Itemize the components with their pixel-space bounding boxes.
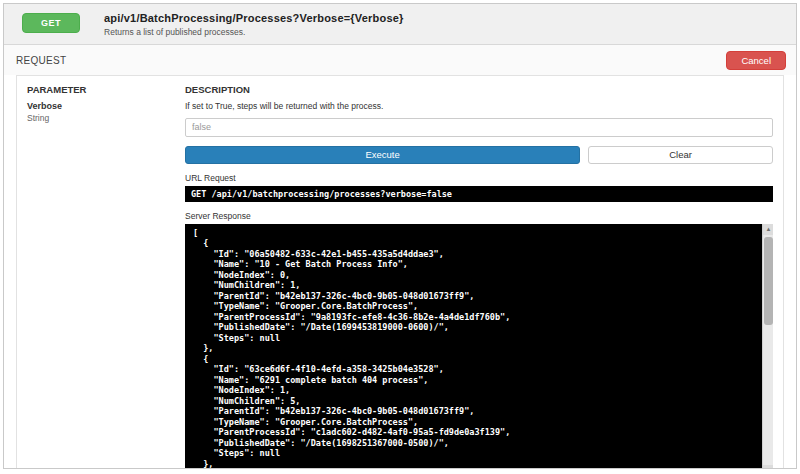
api-doc-page: GET api/v1/BatchProcessing/Processes?Ver… xyxy=(3,3,797,469)
execute-button[interactable]: Execute xyxy=(185,146,580,164)
endpoint-summary: Returns a list of published processes. xyxy=(104,27,404,37)
response-scrollbar[interactable]: ▲ ▼ xyxy=(762,224,773,470)
parameter-column: PARAMETER Verbose String xyxy=(27,84,185,469)
url-request-label: URL Request xyxy=(185,173,773,183)
endpoint-info: api/v1/BatchProcessing/Processes?Verbose… xyxy=(104,12,404,37)
server-response-console: [ { "Id": "06a50482-633c-42e1-b455-435a5… xyxy=(185,224,773,470)
http-method-button[interactable]: GET xyxy=(22,13,80,33)
clear-button[interactable]: Clear xyxy=(588,146,773,164)
description-column-header: DESCRIPTION xyxy=(185,84,773,95)
cancel-button[interactable]: Cancel xyxy=(726,51,786,70)
scroll-up-arrow-icon[interactable]: ▲ xyxy=(763,224,773,235)
description-column: DESCRIPTION If set to True, steps will b… xyxy=(185,84,773,469)
endpoint-path: api/v1/BatchProcessing/Processes?Verbose… xyxy=(104,12,404,24)
server-response-json: [ { "Id": "06a50482-633c-42e1-b455-435a5… xyxy=(185,224,773,470)
request-panel: PARAMETER Verbose String DESCRIPTION If … xyxy=(16,75,784,469)
request-section-bar: REQUEST Cancel xyxy=(4,45,796,75)
parameter-column-header: PARAMETER xyxy=(27,84,185,95)
parameter-type: String xyxy=(27,113,185,123)
action-button-row: Execute Clear xyxy=(185,146,773,164)
request-section-label: REQUEST xyxy=(16,55,66,66)
url-request-console: GET /api/v1/batchprocessing/processes?ve… xyxy=(185,186,773,202)
scroll-down-arrow-icon[interactable]: ▼ xyxy=(763,465,773,470)
scrollbar-thumb[interactable] xyxy=(764,237,773,325)
parameter-description: If set to True, steps will be returned w… xyxy=(185,101,773,111)
server-response-label: Server Response xyxy=(185,211,773,221)
parameter-name: Verbose xyxy=(27,101,185,111)
verbose-value-input[interactable] xyxy=(185,118,773,137)
endpoint-header: GET api/v1/BatchProcessing/Processes?Ver… xyxy=(4,4,796,45)
